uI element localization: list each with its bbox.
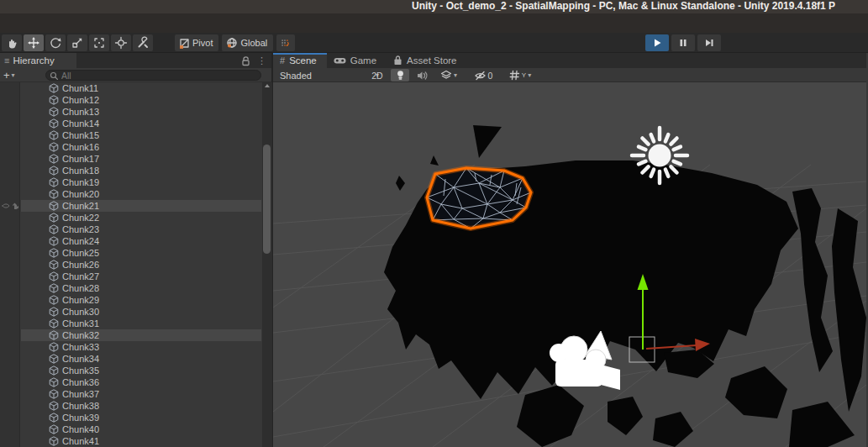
cube-icon [49, 189, 59, 199]
menu-item[interactable] [16, 13, 31, 33]
scene-effects-toggle[interactable]: ▾ [434, 69, 463, 82]
rotate-tool-button[interactable] [45, 34, 66, 51]
hierarchy-item[interactable]: Chunk38 [21, 400, 261, 412]
plus-icon: + [3, 69, 10, 82]
hierarchy-item-label: Chunk35 [62, 365, 99, 376]
hierarchy-item[interactable]: Chunk23 [21, 224, 261, 235]
hierarchy-item[interactable]: Chunk24 [21, 235, 261, 247]
cube-icon [49, 295, 59, 305]
menu-item[interactable] [107, 13, 122, 33]
hierarchy-item[interactable]: Chunk15 [21, 129, 261, 141]
hierarchy-item[interactable]: Chunk29 [21, 294, 261, 306]
hierarchy-item-label: Chunk29 [62, 295, 99, 305]
global-toggle-button[interactable]: Global [222, 34, 273, 51]
scene-lighting-toggle[interactable] [391, 69, 409, 82]
globe-icon [226, 37, 238, 49]
scale-tool-button[interactable] [67, 34, 87, 51]
hierarchy-item[interactable]: Chunk34 [21, 353, 261, 365]
hierarchy-item-label: Chunk23 [62, 224, 99, 234]
hierarchy-item-label: Chunk33 [62, 342, 99, 352]
hierarchy-item[interactable]: Chunk37 [21, 388, 261, 400]
play-button[interactable] [645, 34, 669, 51]
hierarchy-item[interactable]: Chunk36 [21, 376, 261, 388]
hierarchy-item[interactable]: Chunk30 [21, 306, 261, 318]
lock-icon[interactable] [241, 55, 250, 66]
tab-scene[interactable]: # Scene [273, 53, 327, 68]
menu-item[interactable] [122, 13, 137, 33]
hierarchy-item-label: Chunk24 [62, 236, 99, 246]
search-input[interactable] [61, 71, 255, 80]
hierarchy-item-label: Chunk32 [62, 330, 99, 340]
unity-editor-window: Unity - Oct_demo_2 - SpatialMapping - PC… [0, 0, 868, 447]
hierarchy-item[interactable]: Chunk40 [21, 423, 261, 435]
main-toolbar: Pivot Global [0, 33, 868, 53]
hierarchy-item[interactable]: Chunk32 [21, 329, 261, 341]
hierarchy-item[interactable]: Chunk21 [21, 200, 261, 212]
hierarchy-item[interactable]: Chunk13 [21, 106, 261, 118]
menu-item[interactable] [46, 13, 61, 33]
tab-asset-store[interactable]: Asset Store [387, 53, 466, 68]
scene-tab-label: Scene [289, 55, 317, 66]
menu-item[interactable] [31, 13, 46, 33]
tab-hierarchy[interactable]: ≡ Hierarchy [0, 53, 76, 68]
hierarchy-item[interactable]: Chunk14 [21, 118, 261, 129]
hierarchy-item[interactable]: Chunk31 [21, 318, 261, 329]
rect-tool-button[interactable] [89, 34, 109, 51]
scene-viewport[interactable] [273, 82, 866, 447]
hierarchy-item-label: Chunk38 [62, 401, 99, 411]
toggle-2d-button[interactable]: 2D [367, 69, 387, 82]
selected-chunk-mesh[interactable] [427, 168, 531, 229]
pivot-icon [179, 38, 190, 49]
hierarchy-item[interactable]: Chunk25 [21, 247, 261, 259]
cube-icon [49, 365, 59, 376]
hierarchy-item[interactable]: Chunk12 [21, 94, 261, 106]
pick-hand-icon[interactable] [12, 202, 19, 210]
effects-layers-icon [440, 70, 452, 81]
hierarchy-item[interactable]: Chunk28 [21, 282, 261, 294]
transform-tool-button[interactable] [111, 34, 131, 51]
hierarchy-item[interactable]: Chunk19 [21, 176, 261, 188]
scrollbar-thumb[interactable] [263, 145, 271, 254]
menu-item[interactable] [1, 13, 16, 33]
hierarchy-item[interactable]: Chunk16 [21, 141, 261, 153]
hierarchy-item[interactable]: Chunk17 [21, 153, 261, 165]
hierarchy-item[interactable]: Chunk22 [21, 212, 261, 224]
hierarchy-item[interactable]: Chunk33 [21, 341, 261, 353]
move-tool-button[interactable] [24, 34, 44, 51]
hierarchy-item[interactable]: Chunk26 [21, 259, 261, 271]
add-object-button[interactable]: + ▾ [3, 69, 15, 82]
menu-bar [0, 13, 868, 33]
pause-button[interactable] [671, 34, 695, 51]
scene-grid-toggle[interactable]: Y ▾ [503, 69, 537, 82]
hierarchy-burger-icon: ≡ [4, 55, 9, 66]
hierarchy-list: Chunk11 Chunk12 Ch [0, 82, 273, 447]
hierarchy-item[interactable]: Chunk35 [21, 365, 261, 376]
kebab-menu-icon[interactable]: ⋮ [257, 55, 266, 66]
scene-audio-toggle[interactable] [413, 69, 431, 82]
asset-store-tab-label: Asset Store [407, 55, 456, 66]
pivot-toggle-button[interactable]: Pivot [175, 34, 218, 51]
grid-snap-button[interactable] [276, 34, 295, 51]
scene-view-toolbar: Shaded ▾ 2D [273, 68, 866, 82]
pivot-global-group: Pivot Global [175, 34, 295, 51]
hierarchy-item[interactable]: Chunk18 [21, 165, 261, 176]
menu-item[interactable] [76, 13, 92, 33]
cube-icon [49, 318, 59, 329]
menu-item[interactable] [61, 13, 76, 33]
hierarchy-item[interactable]: Chunk41 [21, 435, 261, 447]
menu-item[interactable] [92, 13, 107, 33]
custom-tool-button[interactable] [133, 34, 153, 51]
eye-icon[interactable] [2, 202, 10, 209]
hierarchy-item[interactable]: Chunk20 [21, 188, 261, 200]
hierarchy-item[interactable]: Chunk27 [21, 271, 261, 282]
hidden-objects-toggle[interactable]: 0 [468, 69, 498, 82]
scroll-up-arrow[interactable] [265, 84, 270, 87]
step-icon [704, 38, 714, 48]
hand-tool-button[interactable] [2, 34, 22, 51]
menu-item[interactable] [137, 13, 152, 33]
cube-icon [49, 260, 59, 270]
step-button[interactable] [697, 34, 721, 51]
tab-game[interactable]: Game [327, 53, 387, 68]
hierarchy-item[interactable]: Chunk11 [21, 82, 261, 94]
hierarchy-item[interactable]: Chunk39 [21, 412, 261, 423]
